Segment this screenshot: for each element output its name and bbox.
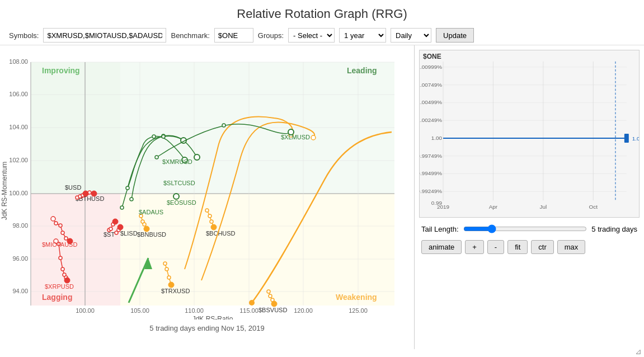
- svg-point-111: [173, 194, 179, 199]
- svg-point-114: [222, 124, 225, 127]
- svg-point-86: [163, 262, 167, 265]
- svg-point-74: [117, 224, 123, 230]
- svg-text:$XLMUSD: $XLMUSD: [281, 134, 310, 140]
- svg-point-65: [83, 191, 88, 196]
- svg-text:1.00249%: 1.00249%: [420, 117, 442, 123]
- symbols-label: Symbols:: [9, 31, 39, 40]
- max-button[interactable]: max: [557, 240, 586, 254]
- plus-button[interactable]: +: [465, 240, 484, 254]
- svg-text:1.00: 1.00: [431, 135, 443, 141]
- svg-point-43: [59, 256, 62, 260]
- svg-point-70: [112, 219, 118, 224]
- svg-text:125.00: 125.00: [349, 307, 368, 314]
- tail-length-row: Tail Length: 5 trading days: [419, 224, 640, 233]
- svg-point-50: [54, 222, 58, 225]
- svg-point-103: [126, 186, 129, 190]
- rrg-chart: 108.00 106.00 104.00 102.00 100.00 98.00…: [0, 45, 415, 349]
- toolbar: Symbols: Benchmark: Groups: - Select - 1…: [0, 26, 644, 45]
- svg-rect-1: [31, 62, 120, 194]
- svg-point-84: [211, 224, 217, 230]
- svg-point-47: [64, 278, 70, 283]
- svg-point-108: [162, 135, 165, 138]
- svg-text:$LISD: $LISD: [120, 230, 138, 237]
- svg-point-53: [64, 237, 68, 240]
- benchmark-label: Benchmark:: [171, 31, 209, 40]
- svg-text:100.00: 100.00: [9, 190, 28, 196]
- svg-point-99: [120, 206, 124, 209]
- benchmark-input[interactable]: [214, 28, 253, 43]
- svg-point-100: [152, 135, 156, 138]
- page-title: Relative Rotation Graph (RRG): [0, 0, 644, 26]
- svg-text:1.00749%: 1.00749%: [420, 82, 442, 88]
- svg-text:Lagging: Lagging: [42, 293, 72, 302]
- svg-point-88: [167, 276, 171, 279]
- svg-point-51: [59, 224, 62, 227]
- svg-text:JdK RS-Ratio: JdK RS-Ratio: [192, 315, 233, 320]
- svg-text:94.00: 94.00: [12, 288, 28, 294]
- svg-rect-119: [421, 50, 637, 217]
- svg-point-91: [267, 290, 270, 293]
- svg-point-78: [143, 223, 146, 226]
- svg-text:$BNBUSD: $BNBUSD: [137, 231, 166, 238]
- period-select[interactable]: 1 year 2 years 6 months: [339, 28, 386, 43]
- svg-text:Apr: Apr: [489, 204, 498, 210]
- svg-point-96: [249, 300, 255, 306]
- interval-select[interactable]: Daily Weekly: [391, 28, 431, 43]
- svg-point-87: [165, 267, 168, 271]
- svg-rect-147: [624, 134, 629, 143]
- svg-text:1.00499%: 1.00499%: [420, 99, 442, 105]
- svg-text:$SLTCUSD: $SLTCUSD: [163, 180, 195, 186]
- minus-button[interactable]: -: [487, 240, 504, 254]
- svg-text:Improving: Improving: [42, 66, 80, 75]
- svg-text:108.00: 108.00: [9, 58, 28, 65]
- svg-text:Oct: Oct: [589, 204, 598, 210]
- svg-point-44: [61, 267, 64, 271]
- control-buttons: animate + - fit ctr max: [419, 240, 640, 254]
- svg-point-92: [269, 294, 272, 298]
- svg-text:115.00: 115.00: [239, 307, 258, 314]
- resize-icon: ⊿: [635, 347, 642, 356]
- mini-chart-svg: 1.00999% 1.00749% 1.00499% 1.00249% 1.00…: [420, 50, 639, 217]
- svg-rect-0: [31, 194, 120, 306]
- svg-point-81: [205, 209, 209, 212]
- svg-point-113: [155, 156, 158, 159]
- svg-text:0.99249%: 0.99249%: [420, 188, 442, 194]
- tail-length-label: Tail Length:: [421, 225, 459, 233]
- fit-button[interactable]: fit: [507, 240, 528, 254]
- svg-point-68: [109, 227, 112, 231]
- svg-text:96.00: 96.00: [12, 255, 28, 262]
- svg-text:$ADAUS: $ADAUS: [139, 209, 163, 215]
- mini-chart-area: $ONE 1.00999% 1.00749%: [419, 50, 640, 218]
- svg-text:1.00: 1.00: [632, 135, 639, 142]
- symbols-input[interactable]: [43, 28, 166, 43]
- svg-point-89: [168, 282, 174, 288]
- svg-text:Leading: Leading: [347, 66, 377, 75]
- svg-text:100.00: 100.00: [76, 307, 95, 314]
- svg-text:120.00: 120.00: [294, 307, 313, 314]
- svg-point-82: [208, 214, 211, 218]
- groups-select[interactable]: - Select -: [288, 28, 335, 43]
- animate-button[interactable]: animate: [421, 240, 462, 254]
- main-content: 108.00 106.00 104.00 102.00 100.00 98.00…: [0, 45, 644, 349]
- svg-point-94: [271, 301, 277, 307]
- svg-text:104.00: 104.00: [9, 124, 28, 130]
- mini-chart-title: $ONE: [423, 53, 441, 60]
- svg-point-107: [130, 198, 133, 201]
- svg-text:102.00: 102.00: [9, 157, 28, 163]
- svg-text:$BSVUSD: $BSVUSD: [258, 307, 287, 313]
- svg-point-83: [210, 220, 213, 223]
- svg-text:$BCHUSD: $BCHUSD: [206, 230, 236, 237]
- svg-text:2019: 2019: [437, 204, 450, 210]
- svg-point-49: [51, 217, 55, 221]
- svg-text:$USD: $USD: [65, 184, 81, 191]
- svg-point-98: [311, 135, 316, 140]
- tail-length-slider[interactable]: [463, 224, 587, 233]
- svg-text:110.00: 110.00: [185, 307, 204, 314]
- right-panel: $ONE 1.00999% 1.00749%: [415, 45, 644, 349]
- svg-text:1.00999%: 1.00999%: [420, 64, 442, 70]
- ctr-button[interactable]: ctr: [531, 240, 553, 254]
- update-button[interactable]: Update: [436, 28, 474, 43]
- rrg-svg: 108.00 106.00 104.00 102.00 100.00 98.00…: [0, 45, 414, 320]
- svg-point-105: [194, 154, 200, 160]
- chart-footer: 5 trading days ending Nov 15, 2019: [0, 322, 414, 335]
